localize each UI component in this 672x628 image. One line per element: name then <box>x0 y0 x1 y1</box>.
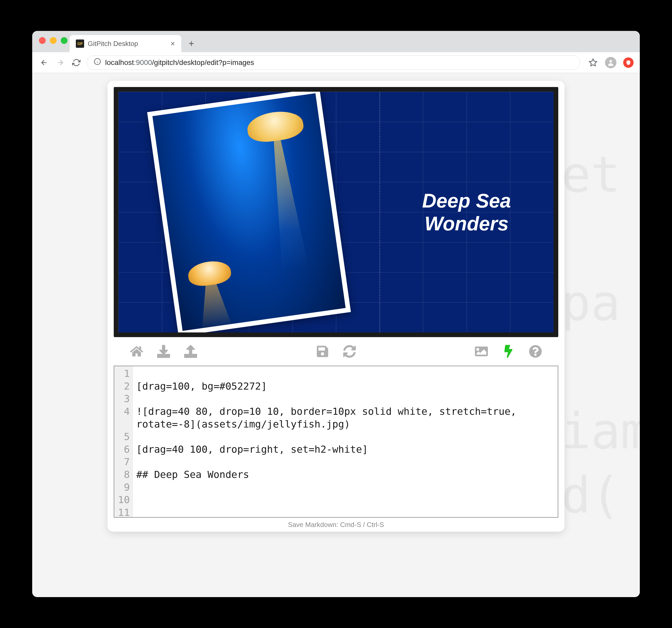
image-button[interactable] <box>474 344 489 359</box>
new-tab-button[interactable]: + <box>185 37 198 50</box>
address-bar: localhost:9000/gitpitch/desktop/edit?p=i… <box>32 52 640 73</box>
toolbar-right <box>588 57 633 68</box>
url-text: localhost:9000/gitpitch/desktop/edit?p=i… <box>105 59 254 67</box>
extension-icon[interactable] <box>623 57 633 68</box>
bookmark-star-button[interactable] <box>588 57 598 68</box>
slide-heading: Deep SeaWonders <box>380 92 554 332</box>
close-window-button[interactable] <box>39 37 46 44</box>
jellyfish-1 <box>245 108 308 163</box>
refresh-button[interactable] <box>342 344 357 359</box>
traffic-lights <box>39 37 68 44</box>
minimize-window-button[interactable] <box>50 37 56 44</box>
close-tab-button[interactable]: × <box>170 39 175 48</box>
editor-toolbar <box>114 337 558 366</box>
line-gutter: 1 2 3 4 5 6 7 8 9 10 11 <box>114 366 133 517</box>
download-button[interactable] <box>156 344 171 359</box>
app-panel: Deep SeaWonders <box>107 81 565 532</box>
reload-button[interactable] <box>71 57 82 68</box>
help-button[interactable] <box>528 344 543 359</box>
forward-button[interactable] <box>54 57 66 68</box>
browser-window: GP GitPitch Desktop × + localhost:9000/g… <box>32 31 640 597</box>
titlebar: GP GitPitch Desktop × + <box>32 31 640 52</box>
home-button[interactable] <box>129 344 144 359</box>
favicon-icon: GP <box>76 40 84 48</box>
svg-point-4 <box>609 60 612 63</box>
jellyfish-image <box>147 92 351 332</box>
tab-title: GitPitch Desktop <box>88 40 167 48</box>
profile-avatar-button[interactable] <box>605 57 617 68</box>
background-text: et pa iam d( <box>561 143 640 528</box>
back-button[interactable] <box>39 57 50 68</box>
site-info-icon[interactable] <box>94 58 101 67</box>
slide: Deep SeaWonders <box>118 92 554 332</box>
upload-button[interactable] <box>183 344 198 359</box>
jellyfish-2 <box>187 259 234 303</box>
page-viewport: et pa iam d( Deep SeaWonders <box>32 73 640 597</box>
bolt-button[interactable] <box>501 344 516 359</box>
status-bar: Save Markdown: Cmd-S / Ctrl-S <box>114 518 558 532</box>
maximize-window-button[interactable] <box>61 37 68 44</box>
code-content[interactable]: [drag=100, bg=#052272] ![drag=40 80, dro… <box>133 366 558 517</box>
browser-tab[interactable]: GP GitPitch Desktop × <box>70 35 181 52</box>
url-field[interactable]: localhost:9000/gitpitch/desktop/edit?p=i… <box>87 55 580 70</box>
svg-marker-3 <box>590 59 597 66</box>
save-button[interactable] <box>315 344 330 359</box>
tabstrip: GP GitPitch Desktop × + <box>70 31 198 52</box>
code-editor[interactable]: 1 2 3 4 5 6 7 8 9 10 11 [drag=100, bg=#0… <box>114 366 558 518</box>
slide-preview[interactable]: Deep SeaWonders <box>114 87 558 337</box>
